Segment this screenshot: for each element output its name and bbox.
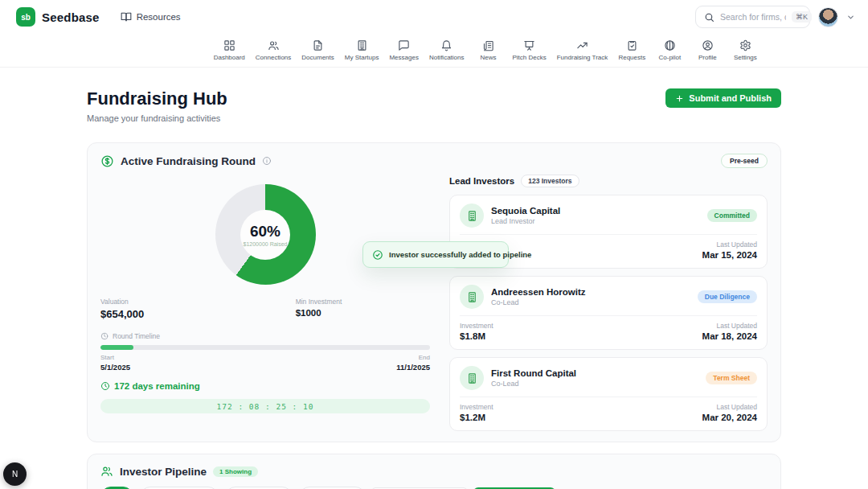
dashboard-icon <box>223 39 235 51</box>
nav-item-news[interactable]: News <box>475 39 502 61</box>
dev-overlay-button[interactable]: N <box>3 462 27 486</box>
nav-item-label: Profile <box>698 54 717 61</box>
resources-link[interactable]: Resources <box>121 11 181 23</box>
investor-role: Lead Investor <box>491 217 560 225</box>
users-icon <box>268 39 280 51</box>
user-avatar[interactable] <box>818 7 838 27</box>
valuation-value: $654,000 <box>100 308 296 320</box>
donut-percent: 60% <box>250 223 280 240</box>
search-input[interactable] <box>720 12 786 22</box>
lead-investors-panel: Lead Investors 123 Investors Sequoia Cap… <box>449 173 768 431</box>
investor-pipeline-card: Investor Pipeline 1 Showing All Due Dili… <box>87 454 781 489</box>
nav-item-documents[interactable]: Documents <box>301 39 334 61</box>
search-icon <box>704 12 714 23</box>
user-circle-icon <box>702 39 714 51</box>
investor-card[interactable]: First Round Capital Co-Lead Term Sheet I… <box>449 357 768 431</box>
nav-item-label: News <box>480 54 496 61</box>
main-nav: Dashboard Connections Documents My Start… <box>0 34 868 68</box>
status-badge: Committed <box>707 209 757 222</box>
stage-badge: Pre-seed <box>721 154 768 168</box>
submit-button-label: Submit and Publish <box>689 93 772 103</box>
seedbase-logo-icon[interactable]: sb <box>16 7 35 27</box>
days-remaining: 172 days remaining <box>114 381 200 391</box>
nav-item-label: Co-pilot <box>659 54 682 61</box>
clock-icon <box>100 332 108 340</box>
lead-investors-title: Lead Investors <box>449 176 514 186</box>
last-updated-label: Last Updated <box>702 240 757 249</box>
nav-item-profile[interactable]: Profile <box>694 39 721 61</box>
nav-item-requests[interactable]: Requests <box>618 39 645 61</box>
nav-item-notifications[interactable]: Notifications <box>429 39 465 61</box>
min-investment-value: $1000 <box>296 308 430 318</box>
submit-and-publish-button[interactable]: Submit and Publish <box>665 88 781 108</box>
success-toast: Investor successfully added to pipeline <box>362 241 509 268</box>
nav-item-label: Notifications <box>429 54 465 61</box>
main-content: Fundraising Hub Manage your fundraising … <box>0 88 868 489</box>
start-date: 5/1/2025 <box>100 363 130 372</box>
investor-role: Co-Lead <box>491 380 576 388</box>
investment-label: Investment <box>460 322 493 330</box>
building-icon <box>460 203 484 228</box>
toast-message: Investor successfully added to pipeline <box>389 250 531 259</box>
investor-role: Co-Lead <box>491 298 586 306</box>
nav-item-label: Dashboard <box>214 54 245 61</box>
plus-icon <box>675 94 684 103</box>
nav-item-label: Fundraising Track <box>557 54 608 61</box>
countdown-timer: 172 : 08 : 25 : 10 <box>100 399 430 413</box>
book-open-icon <box>121 11 132 23</box>
pipeline-title: Investor Pipeline <box>120 466 207 478</box>
presentation-icon <box>523 39 535 51</box>
nav-item-pitch-decks[interactable]: Pitch Decks <box>513 39 547 61</box>
clock-icon <box>100 381 110 391</box>
nav-item-dashboard[interactable]: Dashboard <box>214 39 245 61</box>
investor-name: Sequoia Capital <box>491 206 560 216</box>
search-shortcut-badge: ⌘K <box>792 11 812 23</box>
page-subtitle: Manage your fundraising activities <box>87 113 227 123</box>
gear-icon <box>739 39 751 51</box>
status-badge: Due Diligence <box>698 290 757 303</box>
investor-card[interactable]: Andreessen Horowitz Co-Lead Due Diligenc… <box>449 276 768 350</box>
showing-count-badge: 1 Showing <box>213 466 258 477</box>
timeline-label: Round Timeline <box>113 332 160 340</box>
nav-item-fundraising-track[interactable]: Fundraising Track <box>557 39 608 61</box>
building-icon <box>356 39 368 51</box>
clipboard-check-icon <box>626 39 638 51</box>
end-date: 11/1/2025 <box>396 363 430 372</box>
nav-item-messages[interactable]: Messages <box>389 39 418 61</box>
check-circle-icon <box>372 249 383 261</box>
investor-name: Andreessen Horowitz <box>491 287 586 297</box>
investment-value: $1.2M <box>460 413 493 422</box>
nav-item-label: My Startups <box>345 54 379 61</box>
bell-icon <box>440 39 452 51</box>
min-investment-label: Min Investment <box>296 298 430 306</box>
page-title: Fundraising Hub <box>87 88 227 109</box>
last-updated-value: Mar 18, 2024 <box>702 331 757 341</box>
newspaper-icon <box>482 39 494 51</box>
end-label: End <box>396 354 430 361</box>
trending-up-icon <box>576 39 588 51</box>
nav-item-co-pilot[interactable]: Co-pilot <box>656 39 683 61</box>
building-icon <box>460 366 484 390</box>
info-icon[interactable] <box>262 156 272 166</box>
valuation-label: Valuation <box>100 298 296 306</box>
global-search[interactable]: ⌘K <box>695 6 810 28</box>
nav-item-connections[interactable]: Connections <box>256 39 291 61</box>
document-icon <box>312 39 324 51</box>
copilot-icon <box>664 39 676 51</box>
dollar-circle-icon <box>100 154 114 168</box>
nav-item-settings[interactable]: Settings <box>731 39 759 61</box>
nav-item-label: Pitch Decks <box>513 54 547 61</box>
start-label: Start <box>100 354 130 361</box>
status-badge: Term Sheet <box>706 372 757 384</box>
last-updated-label: Last Updated <box>702 322 757 330</box>
nav-item-label: Messages <box>389 54 418 61</box>
resources-label: Resources <box>137 12 181 22</box>
nav-item-my-startups[interactable]: My Startups <box>345 39 379 61</box>
nav-item-label: Connections <box>256 54 291 61</box>
chevron-down-icon[interactable] <box>846 13 855 22</box>
nav-item-label: Requests <box>618 54 645 61</box>
brand-name: Seedbase <box>42 10 100 24</box>
building-icon <box>460 285 484 309</box>
top-bar: sb Seedbase Resources ⌘K <box>0 0 868 34</box>
message-icon <box>398 39 410 51</box>
